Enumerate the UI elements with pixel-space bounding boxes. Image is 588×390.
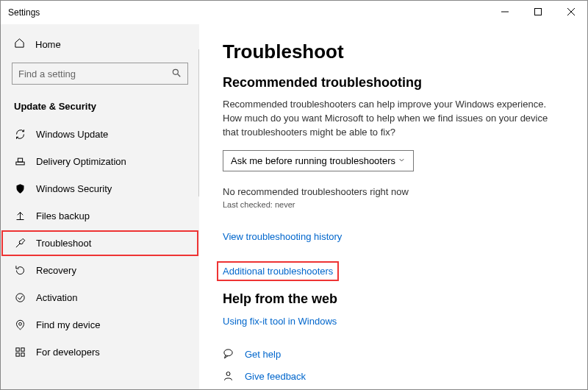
svg-rect-6	[15, 162, 24, 165]
sync-icon	[14, 129, 26, 140]
give-feedback-link[interactable]: Give feedback	[245, 371, 306, 382]
help-heading: Help from the web	[223, 291, 564, 307]
sidebar-item-for-developers[interactable]: For developers	[1, 338, 199, 366]
sidebar: Home Find a setting Update & Security Wi…	[1, 24, 199, 389]
sidebar-item-label: Troubleshoot	[36, 238, 91, 249]
no-troubleshooters-status: No recommended troubleshooters right now	[223, 186, 564, 197]
developers-icon	[14, 347, 26, 358]
window-controls	[488, 1, 587, 23]
get-help-link[interactable]: Get help	[245, 349, 281, 360]
search-icon	[171, 68, 182, 80]
view-history-link[interactable]: View troubleshooting history	[223, 231, 342, 242]
sidebar-group-header: Update & Security	[1, 96, 199, 121]
minimize-button[interactable]	[488, 1, 521, 23]
home-icon	[14, 38, 25, 51]
svg-point-4	[173, 69, 178, 74]
sidebar-item-recovery[interactable]: Recovery	[1, 257, 199, 284]
svg-rect-13	[21, 348, 24, 351]
sidebar-item-delivery-optimization[interactable]: Delivery Optimization	[1, 148, 199, 175]
svg-line-2	[567, 8, 575, 15]
sidebar-item-files-backup[interactable]: Files backup	[1, 202, 199, 230]
sidebar-item-label: Find my device	[36, 319, 100, 330]
dropdown-value: Ask me before running troubleshooters	[231, 155, 395, 166]
svg-line-5	[178, 74, 181, 77]
search-placeholder: Find a setting	[18, 68, 76, 79]
svg-rect-15	[21, 353, 24, 356]
maximize-button[interactable]	[521, 1, 554, 23]
sidebar-item-activation[interactable]: Activation	[1, 284, 199, 311]
sidebar-item-label: Files backup	[36, 210, 90, 221]
sidebar-item-windows-update[interactable]: Windows Update	[1, 121, 199, 148]
svg-line-3	[567, 8, 575, 15]
sidebar-item-label: Windows Security	[36, 183, 112, 194]
sidebar-item-troubleshoot[interactable]: Troubleshoot	[1, 230, 199, 257]
recommended-heading: Recommended troubleshooting	[223, 75, 564, 91]
chevron-down-icon	[398, 155, 406, 166]
sidebar-item-label: Recovery	[36, 265, 76, 276]
additional-troubleshooters-link[interactable]: Additional troubleshooters	[218, 263, 337, 280]
svg-point-16	[224, 349, 232, 355]
last-checked-status: Last checked: never	[223, 200, 564, 209]
svg-rect-1	[534, 9, 541, 15]
svg-point-17	[226, 372, 230, 375]
troubleshoot-preference-dropdown[interactable]: Ask me before running troubleshooters	[223, 150, 414, 171]
recommended-text: Recommended troubleshooters can help imp…	[223, 98, 553, 140]
sidebar-item-windows-security[interactable]: Windows Security	[1, 175, 199, 202]
search-input[interactable]: Find a setting	[12, 63, 188, 85]
svg-rect-12	[15, 348, 18, 351]
help-icon	[223, 348, 234, 361]
shield-icon	[14, 183, 26, 194]
sidebar-item-label: Windows Update	[36, 129, 108, 140]
check-circle-icon	[14, 292, 26, 303]
sidebar-item-find-my-device[interactable]: Find my device	[1, 311, 199, 338]
svg-rect-14	[15, 353, 18, 356]
sidebar-home[interactable]: Home	[1, 32, 199, 57]
location-icon	[14, 319, 26, 330]
svg-point-11	[18, 322, 21, 325]
delivery-icon	[14, 156, 26, 167]
sidebar-item-label: Delivery Optimization	[36, 156, 126, 167]
close-button[interactable]	[554, 1, 587, 23]
backup-icon	[14, 210, 26, 221]
svg-rect-7	[18, 158, 22, 162]
fixit-link[interactable]: Using fix-it tool in Windows	[223, 316, 337, 327]
wrench-icon	[14, 238, 26, 249]
sidebar-home-label: Home	[35, 39, 61, 50]
recovery-icon	[14, 265, 26, 276]
svg-point-10	[15, 294, 24, 302]
window-title: Settings	[8, 7, 40, 18]
sidebar-item-label: For developers	[36, 347, 100, 358]
feedback-icon	[223, 370, 234, 383]
page-title: Troubleshoot	[223, 40, 564, 63]
sidebar-item-label: Activation	[36, 292, 77, 303]
content-pane: Troubleshoot Recommended troubleshooting…	[199, 24, 587, 389]
